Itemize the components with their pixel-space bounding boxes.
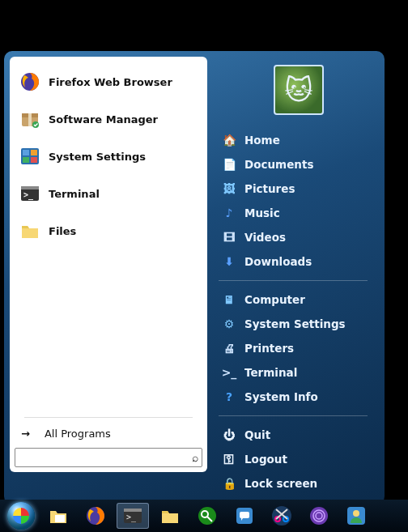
package-icon [19, 109, 40, 130]
start-menu-left-panel: Firefox Web BrowserSoftware ManagerSyste… [10, 57, 207, 472]
video-icon: 🎞 [222, 230, 236, 245]
svg-rect-21 [240, 512, 249, 518]
settings-icon: ⚙ [222, 317, 236, 331]
place-item-label: Lock screen [244, 477, 317, 490]
search-icon: ⌕ [192, 451, 198, 464]
file-manager-icon [48, 505, 69, 526]
settings-panel-icon [19, 146, 40, 167]
place-item-home[interactable]: 🏠Home [219, 128, 379, 152]
taskbar-folder-tb[interactable] [154, 503, 186, 529]
all-programs-button[interactable]: → All Programs [15, 423, 202, 448]
place-item-label: Music [244, 206, 280, 219]
svg-point-4 [32, 121, 39, 128]
firefox-icon [85, 505, 106, 526]
taskbar-start[interactable] [5, 503, 37, 529]
start-menu: Firefox Web BrowserSoftware ManagerSyste… [4, 51, 385, 504]
place-item-lock[interactable]: 🔒Lock screen [219, 471, 379, 496]
divider [219, 280, 368, 281]
key-icon: ⚿ [222, 452, 236, 466]
place-item-label: Videos [244, 231, 286, 244]
taskbar-files-tb[interactable] [42, 503, 74, 529]
taskbar-terminal-tb[interactable]: >_ [117, 503, 149, 529]
home-icon: 🏠 [222, 133, 236, 147]
place-item-system-settings[interactable]: ⚙System Settings [219, 312, 379, 336]
chat-icon [234, 505, 255, 526]
start-menu-right-panel: 🐱 🏠Home📄Documents🖼Pictures♪Music🎞Videos⬇… [207, 57, 379, 499]
place-item-label: Terminal [244, 366, 297, 379]
terminal-icon: >_ [19, 183, 40, 204]
place-item-videos[interactable]: 🎞Videos [219, 225, 379, 249]
search-box[interactable]: ⌕ [15, 448, 202, 467]
place-item-computer[interactable]: 🖥Computer [219, 287, 379, 312]
place-item-downloads[interactable]: ⬇Downloads [219, 249, 379, 274]
pinned-app-terminal[interactable]: >_Terminal [15, 175, 202, 212]
download-icon: ⬇ [222, 254, 236, 269]
place-item-terminal2[interactable]: >_Terminal [219, 360, 379, 385]
pinned-app-settings[interactable]: System Settings [15, 138, 202, 175]
divider [24, 417, 193, 418]
svg-rect-9 [31, 157, 37, 163]
pinned-app-firefox[interactable]: Firefox Web Browser [15, 63, 202, 100]
taskbar-chat[interactable] [228, 503, 261, 529]
info-icon: ? [222, 389, 236, 404]
taskbar-user[interactable] [340, 503, 372, 529]
start-orb-icon [7, 502, 35, 530]
taskbar-keepass[interactable] [191, 503, 223, 529]
music-icon: ♪ [222, 206, 236, 220]
taskbar-firefox-tb[interactable] [79, 503, 112, 529]
pinned-app-label: Files [49, 225, 76, 237]
svg-rect-3 [28, 113, 32, 126]
place-item-system-info[interactable]: ?System Info [219, 385, 379, 409]
snip-icon [271, 505, 292, 526]
computer-icon: 🖥 [222, 292, 236, 307]
pinned-app-software[interactable]: Software Manager [15, 100, 202, 138]
picture-icon: 🖼 [222, 181, 236, 196]
svg-text:>_: >_ [126, 513, 137, 522]
printer-icon: 🖨 [222, 341, 236, 355]
place-item-label: Logout [244, 453, 287, 466]
pinned-app-list: Firefox Web BrowserSoftware ManagerSyste… [15, 63, 202, 417]
pinned-app-label: Software Manager [49, 113, 158, 126]
user-icon [346, 505, 367, 526]
arrow-right-icon: → [21, 428, 30, 440]
user-avatar-frame[interactable]: 🐱 [219, 65, 379, 115]
keepass-icon [197, 505, 218, 526]
place-item-logout[interactable]: ⚿Logout [219, 447, 379, 471]
terminal-icon: >_ [222, 365, 236, 380]
place-item-label: Quit [244, 428, 270, 441]
lock-icon: 🔒 [222, 476, 236, 491]
svg-point-22 [272, 506, 291, 526]
pinned-app-files[interactable]: Files [15, 212, 202, 249]
taskbar-tor[interactable] [303, 503, 335, 529]
taskbar: >_ [0, 500, 408, 532]
svg-text:>_: >_ [23, 190, 34, 200]
place-item-printers[interactable]: 🖨Printers [219, 336, 379, 360]
document-icon: 📄 [222, 157, 236, 172]
folder-icon [19, 220, 40, 241]
pinned-app-label: Firefox Web Browser [49, 76, 172, 88]
firefox-icon [19, 71, 40, 92]
place-item-label: Documents [244, 158, 313, 171]
place-item-label: Pictures [244, 182, 295, 195]
place-item-quit[interactable]: ⏻Quit [219, 423, 379, 447]
terminal-icon: >_ [122, 505, 143, 526]
svg-rect-8 [23, 157, 29, 163]
svg-rect-7 [31, 150, 37, 155]
svg-rect-11 [21, 186, 39, 189]
place-item-label: Downloads [244, 255, 312, 268]
place-item-label: Printers [244, 342, 294, 355]
search-input[interactable] [19, 452, 192, 464]
taskbar-snip[interactable] [266, 503, 298, 529]
divider [219, 415, 368, 416]
tor-icon [308, 505, 329, 526]
svg-rect-13 [55, 515, 65, 522]
pinned-app-label: Terminal [49, 188, 100, 200]
place-item-music[interactable]: ♪Music [219, 201, 379, 225]
place-item-pictures[interactable]: 🖼Pictures [219, 177, 379, 201]
place-item-label: Home [244, 134, 280, 147]
place-item-documents[interactable]: 📄Documents [219, 152, 379, 177]
folder-icon [159, 505, 181, 526]
place-item-label: System Info [244, 390, 318, 403]
pinned-app-label: System Settings [49, 151, 146, 163]
all-programs-label: All Programs [45, 428, 111, 440]
